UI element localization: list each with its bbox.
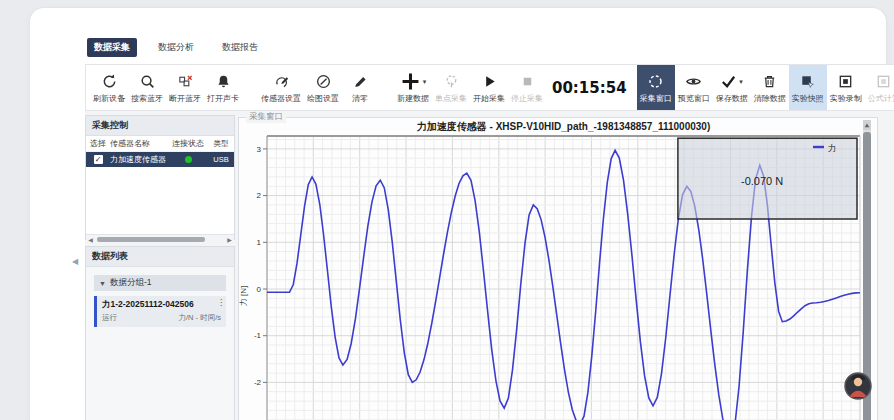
eye-icon <box>685 73 702 90</box>
save-data-button[interactable]: ▾保存数据 <box>713 65 751 110</box>
data-list-panel: 数据列表 ▼ 数据分组-1 力1-2-20251112-042506 ⋮ 运行 … <box>85 246 235 420</box>
disconnect-bluetooth-button[interactable]: 断开蓝牙 <box>166 65 204 110</box>
search-icon <box>139 73 156 90</box>
scrollbar-thumb[interactable] <box>97 237 205 242</box>
y-tick-label: -2 <box>254 378 262 387</box>
legend-label: 力 <box>828 143 837 153</box>
data-list-title: 数据列表 <box>86 247 234 267</box>
toolbar: 刷新设备搜索蓝牙断开蓝牙打开声卡传感器设置绘图设置清零▾新建数据单点采集开始采集… <box>85 64 894 111</box>
sensor-checkbox[interactable]: ✓ <box>94 155 103 164</box>
clear-data-label: 清除数据 <box>754 93 786 104</box>
y-tick-label: 1 <box>257 238 262 247</box>
assistant-avatar-button[interactable] <box>845 373 871 399</box>
sensor-settings-button[interactable]: 传感器设置 <box>258 65 304 110</box>
y-tick-label: 3 <box>257 145 262 154</box>
data-list-item[interactable]: 力1-2-20251112-042506 ⋮ 运行 力/N - 时间/s <box>94 296 226 327</box>
zero-clear-button[interactable]: 清零 <box>342 65 378 110</box>
search-bluetooth-label: 搜索蓝牙 <box>131 93 163 104</box>
trash-icon <box>761 73 778 90</box>
column-header: 类型 <box>208 139 234 149</box>
app-window: 数据采集数据分析数据报告 刷新设备搜索蓝牙断开蓝牙打开声卡传感器设置绘图设置清零… <box>30 8 886 420</box>
y-axis-title: 力 [N] <box>239 286 248 306</box>
chevron-down-icon: ▼ <box>99 280 106 287</box>
sensor-row[interactable]: ✓力加速度传感器USB <box>86 152 234 167</box>
sensor-settings-label: 传感器设置 <box>261 93 301 104</box>
capture-window-icon <box>647 73 664 90</box>
column-header: 传感器名称 <box>110 138 168 149</box>
single-point-capture-label: 单点采集 <box>435 93 467 104</box>
point-capture-icon <box>443 73 460 90</box>
zero-clear-label: 清零 <box>352 93 368 104</box>
preview-window-button[interactable]: 预览窗口 <box>675 65 713 110</box>
experiment-record-label: 实验录制 <box>830 93 862 104</box>
data-list-body: ▼ 数据分组-1 力1-2-20251112-042506 ⋮ 运行 力/N -… <box>86 267 234 420</box>
scroll-right-icon[interactable]: ▶ <box>225 236 234 243</box>
acquisition-control-panel: 采集控制 选择传感器名称连接状态类型 ✓力加速度传感器USB ◀ ▶ <box>85 115 235 240</box>
column-header: 选择 <box>86 138 110 149</box>
play-icon <box>481 73 498 90</box>
data-group-label: 数据分组-1 <box>110 277 152 289</box>
formula-calc-button: 公式计算 <box>865 65 894 110</box>
search-bluetooth-button[interactable]: 搜索蓝牙 <box>128 65 166 110</box>
start-capture-button[interactable]: 开始采集 <box>470 65 508 110</box>
experiment-snapshot-label: 实验快照 <box>792 93 824 104</box>
acquisition-control-title: 采集控制 <box>86 116 234 136</box>
tab-data-acquisition[interactable]: 数据采集 <box>87 38 137 57</box>
toolbar-right-group: 采集窗口预览窗口▾保存数据清除数据实验快照实验录制公式计算 <box>637 65 894 110</box>
refresh-device-button[interactable]: 刷新设备 <box>90 65 128 110</box>
sensor-name: 力加速度传感器 <box>110 154 168 165</box>
dropdown-caret-icon[interactable]: ▾ <box>739 78 743 86</box>
open-soundcard-label: 打开声卡 <box>207 93 239 104</box>
column-header: 连接状态 <box>168 138 208 149</box>
y-tick-label: -1 <box>254 331 262 340</box>
horizontal-scrollbar[interactable]: ◀ ▶ <box>86 234 234 244</box>
y-tick-label: 0 <box>257 285 262 294</box>
dropdown-caret-icon[interactable]: ▾ <box>423 78 427 86</box>
tab-data-analysis[interactable]: 数据分析 <box>151 38 201 57</box>
stop-capture-button: 停止采集 <box>508 65 546 110</box>
experiment-snapshot-button[interactable]: 实验快照 <box>789 65 827 110</box>
main-tab-bar: 数据采集数据分析数据报告 <box>87 38 265 56</box>
refresh-icon <box>101 73 118 90</box>
item-menu-icon[interactable]: ⋮ <box>217 298 225 307</box>
plus-icon <box>400 71 421 92</box>
chart-title: 力加速度传感器 - XHSP-V10HID_path_-1981348857_1… <box>267 120 860 134</box>
plot-settings-icon <box>315 73 332 90</box>
sidebar-collapse-arrow[interactable]: ◀ <box>72 257 78 266</box>
check-icon <box>720 73 737 90</box>
sensor-table-empty <box>86 167 234 234</box>
start-capture-label: 开始采集 <box>473 93 505 104</box>
experiment-record-button[interactable]: 实验录制 <box>827 65 865 110</box>
preview-window-label: 预览窗口 <box>678 93 710 104</box>
brush-icon <box>352 73 369 90</box>
stop-capture-label: 停止采集 <box>511 93 543 104</box>
data-item-title: 力1-2-20251112-042506 <box>102 299 221 311</box>
tab-data-report[interactable]: 数据报告 <box>215 38 265 57</box>
toolbar-left-group: 刷新设备搜索蓝牙断开蓝牙打开声卡传感器设置绘图设置清零▾新建数据单点采集开始采集… <box>90 65 546 110</box>
new-data-label: 新建数据 <box>397 93 429 104</box>
capture-window-label: 采集窗口 <box>640 93 672 104</box>
record-icon <box>837 73 854 90</box>
plot-settings-label: 绘图设置 <box>307 93 339 104</box>
data-item-axes: 力/N - 时间/s <box>179 313 222 323</box>
clear-data-button[interactable]: 清除数据 <box>751 65 789 110</box>
scroll-left-icon[interactable]: ◀ <box>86 236 95 243</box>
sensor-type: USB <box>208 155 234 164</box>
disconnect-bluetooth-label: 断开蓝牙 <box>169 93 201 104</box>
y-tick-label: 2 <box>257 191 262 200</box>
sensor-table: 选择传感器名称连接状态类型 ✓力加速度传感器USB ◀ ▶ <box>86 136 234 244</box>
refresh-device-label: 刷新设备 <box>93 93 125 104</box>
data-group-header[interactable]: ▼ 数据分组-1 <box>94 275 226 291</box>
formula-icon <box>875 73 892 90</box>
new-data-button[interactable]: ▾新建数据 <box>394 65 432 110</box>
open-soundcard-button[interactable]: 打开声卡 <box>204 65 242 110</box>
stop-icon <box>519 73 536 90</box>
force-chart: 3210-1-2力 [N]-0.070 N力 <box>236 114 884 420</box>
capture-window-button[interactable]: 采集窗口 <box>637 65 675 110</box>
plot-settings-button[interactable]: 绘图设置 <box>304 65 342 110</box>
measurement-annotation: -0.070 N <box>741 175 783 187</box>
single-point-capture-button: 单点采集 <box>432 65 470 110</box>
snapshot-icon <box>799 73 816 90</box>
formula-calc-label: 公式计算 <box>868 93 894 104</box>
sensor-settings-icon <box>273 73 290 90</box>
